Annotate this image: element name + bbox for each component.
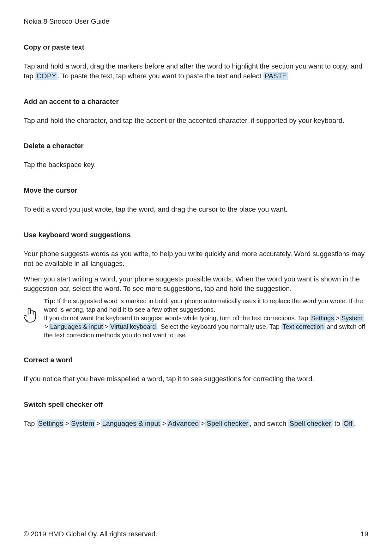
breadcrumb-separator: > <box>96 419 100 427</box>
section-cursor: Move the cursor To edit a word you just … <box>24 186 368 214</box>
text-fragment: to <box>333 419 342 427</box>
heading-correct: Correct a word <box>24 356 368 364</box>
text-paragraph: Tap the backspace key. <box>24 160 368 170</box>
text-fragment: . To paste the text, tap where you want … <box>57 72 263 80</box>
ui-label-settings: Settings <box>37 419 65 428</box>
heading-copy-paste: Copy or paste text <box>24 43 368 51</box>
body-correct: If you notice that you have misspelled a… <box>24 374 368 384</box>
ui-label-system: System <box>70 419 95 428</box>
body-copy-paste: Tap and hold a word, drag the markers be… <box>24 62 368 81</box>
section-suggestions: Use keyboard word suggestions Your phone… <box>24 231 368 340</box>
text-paragraph: To edit a word you just wrote, tap the w… <box>24 205 368 214</box>
text-fragment: , and switch <box>250 419 288 427</box>
breadcrumb-separator: > <box>201 419 205 427</box>
ui-label-system: System <box>340 314 364 322</box>
ui-label-paste: PASTE <box>263 72 288 80</box>
text-fragment: . <box>354 419 356 427</box>
ui-label-lang-input: Languages & input <box>49 323 104 330</box>
text-fragment: If you do not want the keyboard to sugge… <box>44 315 310 322</box>
page-header-title: Nokia 8 Sirocco User Guide <box>24 17 368 26</box>
heading-cursor: Move the cursor <box>24 186 368 195</box>
ui-label-spell-checker: Spell checker <box>288 419 333 428</box>
body-suggestions: Your phone suggests words as you write, … <box>24 249 368 294</box>
ui-label-virtual-keyboard: Virtual keyboard <box>109 323 157 330</box>
ui-label-lang-input: Languages & input <box>101 419 161 428</box>
heading-delete: Delete a character <box>24 142 368 150</box>
section-spellcheck: Switch spell checker off Tap Settings>Sy… <box>24 400 368 429</box>
section-delete: Delete a character Tap the backspace key… <box>24 142 368 170</box>
breadcrumb-separator: > <box>45 323 48 330</box>
breadcrumb-separator: > <box>105 323 109 330</box>
ui-label-text-correction: Text correction <box>281 323 325 330</box>
section-correct: Correct a word If you notice that you ha… <box>24 356 368 384</box>
text-fragment: If the suggested word is marked in bold,… <box>44 298 363 313</box>
heading-spellcheck: Switch spell checker off <box>24 400 368 409</box>
body-delete: Tap the backspace key. <box>24 160 368 170</box>
section-accent: Add an accent to a character Tap and hol… <box>24 98 368 126</box>
text-paragraph: Tap and hold the character, and tap the … <box>24 116 368 126</box>
section-copy-paste: Copy or paste text Tap and hold a word, … <box>24 43 368 81</box>
ui-label-settings: Settings <box>310 314 335 322</box>
ui-label-spell-checker: Spell checker <box>205 419 250 428</box>
breadcrumb-separator: > <box>162 419 166 427</box>
tip-block: Tip: If the suggested word is marked in … <box>24 297 368 340</box>
text-fragment: . <box>288 72 290 80</box>
body-accent: Tap and hold the character, and tap the … <box>24 116 368 126</box>
heading-suggestions: Use keyboard word suggestions <box>24 231 368 239</box>
tip-hand-icon <box>24 306 38 324</box>
page-footer: © 2019 HMD Global Oy. All rights reserve… <box>24 530 368 538</box>
text-fragment: Tap <box>24 419 37 427</box>
tip-text: Tip: If the suggested word is marked in … <box>44 297 368 340</box>
footer-page-number: 19 <box>361 530 368 538</box>
text-paragraph: Your phone suggests words as you write, … <box>24 249 368 269</box>
heading-accent: Add an accent to a character <box>24 98 368 106</box>
ui-label-copy: COPY <box>35 72 57 80</box>
body-spellcheck: Tap Settings>System>Languages & input>Ad… <box>24 419 368 429</box>
tip-label: Tip: <box>44 298 55 304</box>
breadcrumb-separator: > <box>65 419 69 427</box>
text-paragraph: If you notice that you have misspelled a… <box>24 374 368 384</box>
footer-copyright: © 2019 HMD Global Oy. All rights reserve… <box>24 530 157 538</box>
body-cursor: To edit a word you just wrote, tap the w… <box>24 205 368 214</box>
text-paragraph: When you start writing a word, your phon… <box>24 274 368 294</box>
text-fragment: . Select the keyboard you normally use. … <box>157 323 281 330</box>
ui-label-advanced: Advanced <box>167 419 200 428</box>
ui-label-off: Off <box>342 419 354 428</box>
breadcrumb-separator: > <box>336 315 340 322</box>
